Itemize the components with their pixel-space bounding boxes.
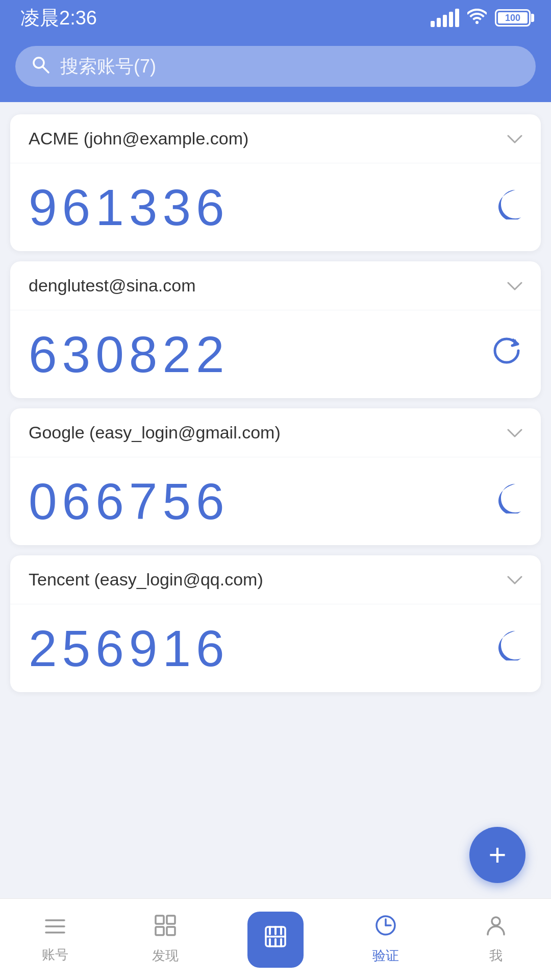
search-icon <box>31 55 50 79</box>
status-bar: 凌晨2:36 100 <box>0 0 551 36</box>
scan-button[interactable] <box>247 912 304 968</box>
sidebar-item-accounts[interactable]: 账号 <box>0 899 110 980</box>
otp-row-tencent[interactable]: 256916 <box>10 604 541 692</box>
account-header-tencent[interactable]: Tencent (easy_login@qq.com) <box>10 555 541 604</box>
chevron-down-icon-google[interactable] <box>507 424 522 442</box>
otp-row-acme[interactable]: 961336 <box>10 163 541 251</box>
refresh-icon-denglutest[interactable] <box>491 334 522 374</box>
search-bar[interactable]: 搜索账号(7) <box>15 46 536 87</box>
sidebar-item-me[interactable]: 我 <box>441 899 551 980</box>
otp-code-google: 066756 <box>29 476 230 527</box>
svg-point-20 <box>492 917 500 925</box>
svg-rect-8 <box>167 927 175 935</box>
add-account-fab[interactable]: + <box>469 827 525 883</box>
account-name-denglutest: denglutest@sina.com <box>29 276 195 296</box>
plus-icon: + <box>488 840 506 870</box>
nav-label-accounts: 账号 <box>42 946 68 964</box>
nav-label-me: 我 <box>489 947 503 965</box>
account-header-denglutest[interactable]: denglutest@sina.com <box>10 261 541 310</box>
moon-icon-tencent <box>496 628 522 668</box>
nav-label-verify: 验证 <box>372 947 399 965</box>
grid-icon <box>154 914 177 942</box>
account-name-acme: ACME (john@example.com) <box>29 129 248 149</box>
nav-label-discover: 发现 <box>152 947 179 965</box>
menu-icon <box>44 915 66 941</box>
account-name-google: Google (easy_login@gmail.com) <box>29 423 281 443</box>
moon-icon-google <box>496 481 522 521</box>
person-icon <box>485 914 507 942</box>
svg-rect-7 <box>156 927 164 935</box>
account-card-tencent: Tencent (easy_login@qq.com) 256916 <box>10 555 541 692</box>
nav-item-scan[interactable] <box>220 912 331 968</box>
account-header-acme[interactable]: ACME (john@example.com) <box>10 114 541 163</box>
account-card-acme: ACME (john@example.com) 961336 <box>10 114 541 251</box>
otp-code-denglutest: 630822 <box>29 329 230 380</box>
sidebar-item-verify[interactable]: 验证 <box>331 899 441 980</box>
otp-code-tencent: 256916 <box>29 623 230 674</box>
svg-rect-6 <box>167 916 175 924</box>
signal-bars-icon <box>431 9 459 27</box>
clock-icon <box>374 914 397 942</box>
sidebar-item-discover[interactable]: 发现 <box>110 899 220 980</box>
otp-row-google[interactable]: 066756 <box>10 457 541 545</box>
search-bar-container: 搜索账号(7) <box>0 36 551 102</box>
battery-icon: 100 <box>495 9 531 27</box>
account-name-tencent: Tencent (easy_login@qq.com) <box>29 570 263 590</box>
main-content: ACME (john@example.com) 961336 denglutes… <box>0 102 551 898</box>
account-card-denglutest: denglutest@sina.com 630822 <box>10 261 541 398</box>
moon-icon-acme <box>496 187 522 227</box>
account-card-google: Google (easy_login@gmail.com) 066756 <box>10 408 541 545</box>
chevron-down-icon-acme[interactable] <box>507 130 522 148</box>
status-time: 凌晨2:36 <box>20 5 97 31</box>
search-placeholder: 搜索账号(7) <box>60 54 156 79</box>
svg-rect-5 <box>156 916 164 924</box>
otp-code-acme: 961336 <box>29 182 230 233</box>
chevron-down-icon-denglutest[interactable] <box>507 277 522 295</box>
svg-line-1 <box>43 67 48 72</box>
status-icons: 100 <box>431 8 531 28</box>
account-header-google[interactable]: Google (easy_login@gmail.com) <box>10 408 541 457</box>
scan-icon <box>262 923 289 957</box>
wifi-icon <box>467 8 487 28</box>
chevron-down-icon-tencent[interactable] <box>507 571 522 589</box>
bottom-nav: 账号 发现 <box>0 898 551 980</box>
otp-row-denglutest[interactable]: 630822 <box>10 310 541 398</box>
